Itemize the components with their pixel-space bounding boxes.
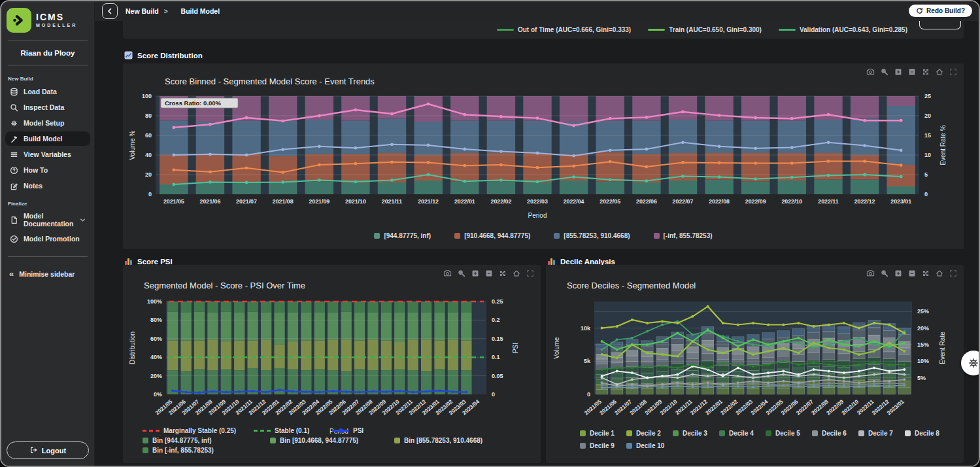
zoom-in-icon[interactable] <box>471 269 479 277</box>
legend-item[interactable]: Decile 1 <box>580 430 626 437</box>
sidebar-item-build-model[interactable]: Build Model <box>5 131 90 146</box>
zoom-icon[interactable] <box>457 269 465 277</box>
home-icon[interactable] <box>512 269 520 277</box>
camera-icon[interactable] <box>866 67 875 76</box>
list-icon <box>9 150 18 159</box>
legend-item[interactable]: Train (AUC=0.650, Gini=0.300) <box>648 26 762 33</box>
legend-item[interactable]: Decile 9 <box>580 442 626 449</box>
sidebar-item-how-to[interactable]: How To <box>5 163 90 177</box>
legend-item[interactable]: Decile 10 <box>626 442 673 449</box>
score-psi-chart[interactable]: 0%20%40%60%80%100%00.050.10.150.20.25Dis… <box>126 296 538 427</box>
legend-swatch <box>673 430 679 436</box>
redo-build-button[interactable]: Redo Build? <box>909 5 972 17</box>
score-distribution-chart[interactable]: 0204060801000510152025Volume %Event Rate… <box>127 92 960 231</box>
legend-item[interactable]: [855.78253, 910.4668) <box>554 232 630 239</box>
autoscale-icon[interactable] <box>498 269 507 277</box>
legend-item[interactable]: Stable (0.1) <box>254 427 332 434</box>
home-icon[interactable] <box>935 67 943 76</box>
sidebar-item-model-documentation[interactable]: Model Documentation <box>5 209 90 230</box>
fullscreen-icon[interactable] <box>949 269 957 277</box>
double-chevron-left-icon: « <box>9 269 14 279</box>
partial-outlined-box <box>919 20 961 29</box>
svg-text:Period: Period <box>528 212 547 219</box>
brand-sub: MODELLER <box>36 23 77 28</box>
svg-text:Event Rate %: Event Rate % <box>939 125 947 165</box>
legend-item[interactable]: Out of Time (AUC=0.666, Gini=0.333) <box>497 26 631 33</box>
svg-text:2023/01: 2023/01 <box>886 398 905 417</box>
sidebar-item-view-variables[interactable]: View Variables <box>5 147 90 162</box>
legend-item[interactable]: Decile 8 <box>905 430 951 437</box>
svg-text:2022/11: 2022/11 <box>818 198 838 205</box>
svg-text:2022/06: 2022/06 <box>636 198 657 205</box>
app-window: ICMS MODELLER Riaan du Plooy New Build L… <box>0 0 980 467</box>
legend-item[interactable]: Decile 7 <box>858 430 905 437</box>
legend-label: Decile 8 <box>915 430 939 437</box>
legend-item[interactable]: Decile 3 <box>673 430 719 437</box>
sidebar-item-notes[interactable]: Notes <box>5 179 90 193</box>
back-button[interactable] <box>102 3 118 19</box>
divider <box>8 65 88 65</box>
camera-icon[interactable] <box>443 269 452 277</box>
minimise-sidebar-button[interactable]: « Minimise sidebar <box>5 266 90 281</box>
svg-text:2021/12: 2021/12 <box>418 198 439 205</box>
svg-text:2021/09: 2021/09 <box>309 198 329 205</box>
legend-item[interactable]: Bin [944.87775, inf) <box>143 437 270 444</box>
fullscreen-icon[interactable] <box>526 269 534 277</box>
zoom-out-icon[interactable] <box>484 269 493 277</box>
legend-item[interactable]: Bin [910.4668, 944.87775) <box>270 437 394 444</box>
legend-item[interactable]: Marginally Stable (0.25) <box>143 427 254 434</box>
legend-swatch <box>812 430 818 436</box>
zoom-icon[interactable] <box>880 67 888 76</box>
zoom-out-icon[interactable] <box>907 269 916 277</box>
legend-item[interactable]: Decile 4 <box>719 430 766 437</box>
home-icon[interactable] <box>935 269 943 277</box>
zoom-in-icon[interactable] <box>894 67 902 76</box>
breadcrumb-new-build[interactable]: New Build <box>126 7 159 15</box>
svg-text:2022/10: 2022/10 <box>781 198 802 205</box>
legend-item[interactable]: [910.4668, 944.87775) <box>454 232 530 239</box>
legend-swatch <box>858 430 864 436</box>
svg-text:Cross Ratio: 0.00%: Cross Ratio: 0.00% <box>165 99 222 107</box>
section-title: Decile Analysis <box>560 258 615 266</box>
sidebar-item-label: Model Setup <box>24 119 64 127</box>
autoscale-icon[interactable] <box>921 67 930 76</box>
sidebar-item-load-data[interactable]: Load Data <box>5 84 90 99</box>
svg-text:2021/07: 2021/07 <box>236 198 257 205</box>
camera-icon[interactable] <box>866 269 875 277</box>
svg-text:2022/05: 2022/05 <box>600 198 620 205</box>
logout-icon <box>29 446 38 455</box>
roc-legend: Out of Time (AUC=0.666, Gini=0.333)Train… <box>497 21 907 39</box>
svg-text:2021/10: 2021/10 <box>345 198 366 205</box>
legend-swatch <box>580 443 586 449</box>
zoom-in-icon[interactable] <box>894 269 902 277</box>
legend-item[interactable]: Bin [-inf, 855.78253) <box>143 447 214 454</box>
decile-analysis-chart[interactable]: 05k10k5%10%15%20%25%VolumeEvent Rate2021… <box>549 296 961 427</box>
zoom-icon[interactable] <box>880 269 888 277</box>
legend-item[interactable]: Validation (AUC=0.643, Gini=0.285) <box>779 26 907 33</box>
legend-item[interactable]: Bin [855.78253, 910.4668) <box>394 437 505 444</box>
brand-name: ICMS <box>36 12 64 22</box>
top-header: New Build > Build Model Redo Build? <box>94 1 979 21</box>
sidebar-item-model-promotion[interactable]: Model Promotion <box>5 232 90 246</box>
logout-button[interactable]: Logout <box>7 441 89 459</box>
legend-item[interactable]: [944.87775, inf) <box>374 232 431 239</box>
svg-text:60%: 60% <box>150 336 162 342</box>
svg-text:10: 10 <box>924 152 931 158</box>
fullscreen-icon[interactable] <box>949 67 957 76</box>
zoom-out-icon[interactable] <box>907 67 916 76</box>
section-title: Score Distribution <box>137 52 203 60</box>
autoscale-icon[interactable] <box>921 269 930 277</box>
legend-swatch <box>648 29 665 31</box>
legend-item[interactable]: Decile 2 <box>626 430 673 437</box>
legend-swatch <box>497 29 514 31</box>
legend-item[interactable]: Decile 6 <box>812 430 858 437</box>
legend-item[interactable]: Decile 5 <box>766 430 812 437</box>
legend-label: Bin [944.87775, inf) <box>152 437 212 444</box>
chevron-down-icon <box>79 216 86 224</box>
chart-title: Segmented Model - Score - PSI Over Time <box>144 281 305 290</box>
sidebar-item-inspect-data[interactable]: Inspect Data <box>5 100 90 114</box>
legend-label: Bin [855.78253, 910.4668) <box>404 437 482 444</box>
legend-item[interactable]: [-inf, 855.78253) <box>654 232 713 239</box>
svg-text:80: 80 <box>145 112 152 119</box>
sidebar-item-model-setup[interactable]: Model Setup <box>5 116 90 130</box>
